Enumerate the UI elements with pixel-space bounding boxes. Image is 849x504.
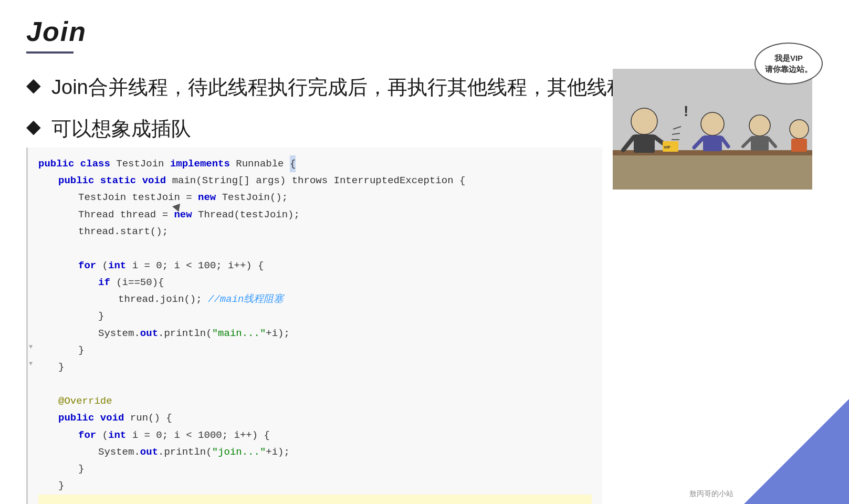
svg-point-10 bbox=[701, 112, 724, 135]
speech-bubble: 我是VIP 请你靠边站。 bbox=[754, 43, 823, 85]
svg-text:!: ! bbox=[684, 103, 688, 119]
kw-for-2: for bbox=[78, 427, 96, 444]
speech-text: 我是VIP 请你靠边站。 bbox=[765, 52, 812, 75]
code-line-18: System. out .println( "join..." +i); bbox=[38, 444, 592, 460]
code-line-5: thread.start(); bbox=[38, 223, 592, 240]
code-line-10: } bbox=[38, 308, 592, 324]
fold-indicator-1: ▼ bbox=[29, 342, 33, 352]
code-line-8: if (i==50){ bbox=[38, 274, 592, 291]
kw-new-1: new bbox=[198, 189, 216, 206]
open-brace-1: { bbox=[290, 155, 296, 172]
kw-class: class bbox=[80, 155, 110, 172]
kw-public-3: public bbox=[58, 410, 94, 426]
svg-point-18 bbox=[790, 120, 809, 139]
bullet-diamond-2: ◆ bbox=[26, 117, 41, 136]
code-line-9: thread.join(); //main线程阻塞 bbox=[38, 291, 592, 308]
blue-triangle bbox=[744, 399, 849, 504]
code-block: public class TestJoin implements Runnabl… bbox=[26, 148, 602, 504]
code-line-7: for ( int i = 0; i < 100; i++) { bbox=[38, 257, 592, 274]
code-line-19: } bbox=[38, 460, 592, 477]
svg-point-14 bbox=[749, 115, 770, 136]
code-line-11: System. out .println( "main..." +i); bbox=[38, 325, 592, 342]
cartoon-image: VIP ! bbox=[613, 69, 812, 190]
code-line-17: for ( int i = 0; i < 1000; i++) { bbox=[38, 427, 592, 444]
svg-point-3 bbox=[631, 108, 657, 134]
kw-static: static bbox=[100, 172, 136, 189]
page-container: Join ◆ Join合并线程，待此线程执行完成后，再执行其他线程，其他线程阻塞… bbox=[0, 0, 849, 504]
kw-public-1: public bbox=[38, 155, 74, 172]
code-line-6 bbox=[38, 240, 592, 257]
kw-int-1: int bbox=[108, 257, 126, 274]
code-line-20: } bbox=[38, 477, 592, 494]
code-line-3: TestJoin testJoin = new TestJoin(); bbox=[38, 189, 592, 206]
code-line-13: ▼ } bbox=[38, 359, 592, 375]
annotation-override: @Override bbox=[58, 393, 112, 410]
kw-throws: throws bbox=[292, 172, 328, 189]
comment-main: //main线程阻塞 bbox=[208, 291, 284, 308]
svg-rect-15 bbox=[751, 136, 769, 151]
code-line-16: public void run() { bbox=[38, 410, 592, 426]
bullet-text-1: Join合并线程，待此线程执行完成后，再执行其他线程，其他线程阻塞 bbox=[51, 75, 667, 100]
string-main: "main..." bbox=[212, 325, 266, 342]
title-underline bbox=[26, 51, 74, 54]
code-line-2: public static void main(String[] args) t… bbox=[38, 172, 592, 189]
bullet-text-2: 可以想象成插队 bbox=[51, 116, 191, 142]
speech-bubble-container: 我是VIP 请你靠边站。 bbox=[754, 43, 823, 85]
svg-text:VIP: VIP bbox=[664, 145, 671, 150]
kw-implements: implements bbox=[170, 155, 230, 172]
kw-for-1: for bbox=[78, 257, 96, 274]
code-line-1: public class TestJoin implements Runnabl… bbox=[38, 155, 592, 172]
code-line-14 bbox=[38, 376, 592, 393]
kw-int-2: int bbox=[108, 427, 126, 444]
kw-void-2: void bbox=[100, 410, 124, 426]
kw-void-1: void bbox=[142, 172, 166, 189]
svg-rect-1 bbox=[613, 153, 812, 190]
cartoon-svg: VIP ! bbox=[613, 69, 812, 190]
watermark: 敖丙哥的小站 bbox=[689, 489, 733, 499]
code-line-12: ▼ } bbox=[38, 342, 592, 359]
bullet-diamond-1: ◆ bbox=[26, 76, 41, 94]
code-line-15: @Override bbox=[38, 393, 592, 410]
fold-indicator-2: ▼ bbox=[29, 359, 33, 369]
svg-rect-11 bbox=[703, 135, 722, 151]
code-line-4: Thread thread = new Thread(testJoin); bbox=[38, 206, 592, 223]
kw-out-2: out bbox=[140, 444, 158, 460]
string-join: "join..." bbox=[212, 444, 266, 460]
kw-if: if bbox=[98, 274, 110, 291]
kw-out: out bbox=[140, 325, 158, 342]
kw-public-2: public bbox=[58, 172, 94, 189]
svg-rect-4 bbox=[634, 134, 655, 153]
svg-rect-19 bbox=[791, 139, 807, 152]
code-line-21: } bbox=[38, 495, 592, 504]
